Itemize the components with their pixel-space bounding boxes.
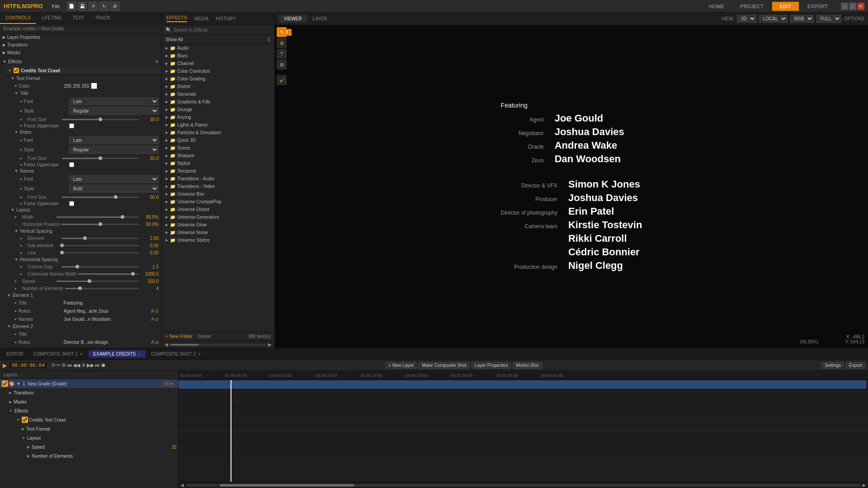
e1r-edit-icon[interactable]: ⊙ xyxy=(155,309,159,314)
play-pause-icon[interactable]: ⏸ xyxy=(81,362,86,368)
tab-composite-shot-1[interactable]: COMPOSITE SHOT 1 ✕ xyxy=(29,350,88,358)
effect-arrow[interactable]: ▼ xyxy=(8,69,12,73)
scroll-left-icon[interactable]: ◀ xyxy=(165,342,168,347)
tab-track[interactable]: TRACK xyxy=(90,13,116,24)
group-sharpen[interactable]: ▶ 📁 Sharpen xyxy=(162,152,274,160)
tab-lifetime[interactable]: LIFETIME xyxy=(36,13,67,24)
group-particles[interactable]: ▶ 📁 Particles & Simulation xyxy=(162,129,274,136)
roles-style-select[interactable]: Regular xyxy=(69,146,159,154)
motion-blur-btn[interactable]: Motion Blur xyxy=(513,362,542,369)
group-universe-blur[interactable]: ▶ 📁 Universe Blur xyxy=(162,190,274,198)
layer-properties-section[interactable]: ▶ Layer Properties xyxy=(0,33,161,41)
redo-icon[interactable]: ↻ xyxy=(99,2,108,11)
settings-icon[interactable]: ⚙ xyxy=(61,362,66,368)
tab-media[interactable]: MEDIA xyxy=(194,16,209,21)
transform-section[interactable]: ▶ Transform xyxy=(0,41,161,49)
element-slider[interactable] xyxy=(62,238,139,239)
element2-header[interactable]: ▼ Element 2 xyxy=(5,323,161,330)
tab-controls[interactable]: CONTROLS xyxy=(0,13,36,24)
layer-speed[interactable]: ▶ Speed 15 xyxy=(0,442,178,451)
group-lights-flares[interactable]: ▶ 📁 Lights & Flares xyxy=(162,121,274,129)
roles-force-upper-checkbox[interactable] xyxy=(69,162,74,167)
layer-credits-crawl[interactable]: ▼ Credits Text Crawl xyxy=(0,415,178,424)
new-icon[interactable]: 📄 xyxy=(67,2,76,11)
layer-effects[interactable]: ▼ Effects xyxy=(0,406,178,415)
layer-transform[interactable]: ▶ Transform xyxy=(0,388,178,397)
nav-tab-export[interactable]: EXPORT xyxy=(800,2,835,11)
group-blurs[interactable]: ▶ 📁 Blurs xyxy=(162,52,274,60)
layer-enable-1[interactable] xyxy=(2,380,8,387)
composite1-close[interactable]: ✕ xyxy=(80,352,83,357)
sort-icon[interactable]: ⇅ xyxy=(267,37,271,42)
group-scene[interactable]: ▶ 📁 Scene xyxy=(162,144,274,152)
hpos-slider[interactable] xyxy=(61,224,139,225)
track-scroll-right[interactable]: ▶ xyxy=(863,483,866,488)
group-universe-crumplepop[interactable]: ▶ 📁 Universe CrumplePop xyxy=(162,198,274,206)
group-quick3d[interactable]: ▶ 📁 Quick 3D xyxy=(162,136,274,144)
space-select[interactable]: LOCAL xyxy=(759,15,788,23)
color-select[interactable]: RGB xyxy=(790,15,814,23)
font-select[interactable]: Lato xyxy=(69,98,159,105)
group-keying[interactable]: ▶ 📁 Keying xyxy=(162,113,274,121)
group-audio[interactable]: ▶ 📁 Audio xyxy=(162,44,274,52)
color-tool[interactable]: 🖌 xyxy=(277,75,287,85)
text-tool[interactable]: T xyxy=(277,49,287,59)
force-upper-checkbox[interactable] xyxy=(69,123,74,128)
quality-select[interactable]: FULL xyxy=(816,15,841,23)
group-channel[interactable]: ▶ 📁 Channel xyxy=(162,60,274,67)
new-folder-btn[interactable]: + New Folder xyxy=(165,334,193,339)
tab-text[interactable]: TEXT xyxy=(67,13,90,24)
layer-props-btn[interactable]: Layer Properties xyxy=(472,362,511,369)
skip-back-icon[interactable]: ⏮ xyxy=(67,362,72,368)
title-fontsize-slider[interactable] xyxy=(62,119,139,120)
tab-composite-shot-2[interactable]: COMPOSITE SHOT 2 ✕ xyxy=(146,350,206,358)
nav-tab-project[interactable]: PROJECT xyxy=(733,2,771,11)
color-swatch[interactable] xyxy=(91,83,97,89)
tab-history[interactable]: HISTORY xyxy=(216,16,236,21)
group-color-grading[interactable]: ▶ 📁 Color Grading xyxy=(162,75,274,83)
subelement-slider[interactable] xyxy=(62,245,139,246)
group-generate[interactable]: ▶ 📁 Generate xyxy=(162,90,274,98)
cut-icon[interactable]: ✂ xyxy=(57,362,61,368)
horizontal-spacing-header[interactable]: ▼ Horizontal Spacing xyxy=(9,256,161,263)
composite2-close[interactable]: ✕ xyxy=(198,352,201,357)
tab-editor[interactable]: EDITOR xyxy=(2,350,28,358)
search-effects-input[interactable] xyxy=(174,28,271,33)
new-layer-btn[interactable]: + New Layer xyxy=(385,362,417,369)
track-scroll-left[interactable]: ◀ xyxy=(180,483,184,488)
menu-file[interactable]: File xyxy=(48,3,64,10)
move-tool[interactable]: ⊞ xyxy=(277,60,287,70)
options-btn[interactable]: OPTIONS xyxy=(844,16,864,21)
export-btn[interactable]: Export xyxy=(846,362,865,369)
group-trans-video[interactable]: ▶ 📁 Transitions - Video xyxy=(162,183,274,190)
layout-header[interactable]: ▼ Layout xyxy=(9,206,161,213)
viewer-tab-viewer[interactable]: VIEWER xyxy=(278,15,307,23)
minimize-button[interactable]: ─ xyxy=(841,3,848,10)
nav-tab-edit[interactable]: EDIT xyxy=(772,2,799,11)
view-mode-select[interactable]: 2D xyxy=(737,15,756,23)
maximize-button[interactable]: □ xyxy=(849,3,856,10)
play-btn[interactable]: ▶ xyxy=(3,362,7,369)
grid-icon[interactable]: ⊞ xyxy=(110,2,119,11)
layer-text-format[interactable]: ▶ Text Format xyxy=(0,424,178,433)
group-trans-audio[interactable]: ▶ 📁 Transitions - Audio xyxy=(162,175,274,183)
effects-scrollbar[interactable] xyxy=(170,344,266,346)
speed-slider[interactable] xyxy=(57,281,139,282)
prev-frame-icon[interactable]: ◀◀ xyxy=(73,362,80,368)
group-universe-distort[interactable]: ▶ 📁 Universe Distort xyxy=(162,206,274,213)
credits-enable[interactable] xyxy=(22,417,28,423)
effects-section[interactable]: ▼ Effects + xyxy=(0,56,161,66)
skip-forward-icon[interactable]: ⏭ xyxy=(95,362,100,368)
add-effect-btn[interactable]: + xyxy=(155,58,159,65)
element1-header[interactable]: ▼ Element 1 xyxy=(5,292,161,299)
layer-new-grade[interactable]: 🎨 ▼ 1. New Grade [Grade] None xyxy=(0,379,178,388)
settings-btn[interactable]: Settings xyxy=(821,362,844,369)
cw-slider[interactable] xyxy=(78,273,139,275)
names-fontsize-slider[interactable] xyxy=(62,197,139,198)
text-format-header[interactable]: ▼ Text Format xyxy=(9,75,161,82)
line-slider[interactable] xyxy=(62,252,139,253)
effect-enable-checkbox[interactable] xyxy=(14,68,19,73)
controls-scroll[interactable]: ▶ Layer Properties ▶ Transform ▶ Masks ▼… xyxy=(0,33,161,348)
layer-num-elements[interactable]: ▶ Number of Elements xyxy=(0,451,178,460)
zoom-in-tool[interactable]: ⊕ xyxy=(277,38,287,48)
